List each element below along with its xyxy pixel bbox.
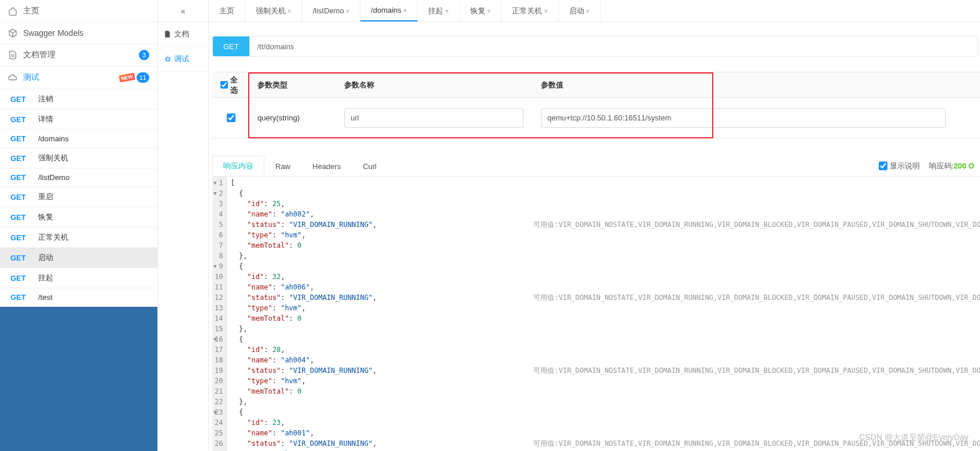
home-icon [8, 6, 19, 16]
param-value-input[interactable] [541, 108, 946, 128]
code-body[interactable]: [ { "id": 25, "name": "ah002", "status":… [227, 177, 980, 451]
response-code-label: 响应码:200 O [929, 161, 974, 171]
param-type-text: query(string) [249, 113, 336, 122]
tab-label: /listDemo [312, 6, 344, 15]
api-label: 挂起 [38, 273, 53, 283]
select-all-checkbox[interactable] [220, 80, 228, 89]
tab-label: 主页 [219, 6, 234, 16]
response-tab-3[interactable]: Curl [352, 156, 388, 176]
api-row-1[interactable]: GET详情 [0, 109, 157, 130]
enum-hint: 可用值:VIR_DOMAIN_NOSTATE,VIR_DOMAIN_RUNNIN… [533, 365, 980, 376]
sidebar-item-0[interactable]: 主页 [0, 0, 157, 23]
tab-label: 挂起 [428, 6, 443, 16]
http-method: GET [10, 233, 38, 242]
http-method: GET [10, 254, 38, 262]
sidebar-item-3[interactable]: 测试NEW11 [0, 67, 157, 89]
response-tab-2[interactable]: Headers [301, 156, 352, 176]
tab-label: 强制关机 [256, 6, 286, 16]
tab-6[interactable]: 正常关机× [502, 0, 558, 21]
sidebar: 主页 Swagger Models 文档管理3 测试NEW11 GET注销GET… [0, 0, 158, 451]
api-label: 启动 [38, 252, 53, 263]
response-tab-1[interactable]: Raw [264, 156, 301, 176]
select-all-cell[interactable]: 全选 [212, 75, 249, 96]
sidebar-item-1[interactable]: Swagger Models [0, 23, 157, 44]
enum-hint: 可用值:VIR_DOMAIN_NOSTATE,VIR_DOMAIN_RUNNIN… [533, 219, 980, 230]
http-method: GET [10, 115, 38, 124]
api-row-10[interactable]: GET/test [0, 288, 157, 307]
close-icon[interactable]: × [288, 8, 291, 14]
show-desc-label: 显示说明 [890, 161, 920, 171]
show-desc-checkbox[interactable] [879, 162, 887, 170]
enum-hint: 可用值:VIR_DOMAIN_NOSTATE,VIR_DOMAIN_RUNNIN… [533, 438, 980, 449]
tab-label: 恢复 [470, 6, 485, 16]
new-badge: NEW [119, 73, 135, 83]
enum-hint: 可用值:VIR_DOMAIN_NOSTATE,VIR_DOMAIN_RUNNIN… [533, 292, 980, 303]
doc-icon [8, 50, 19, 60]
api-row-7[interactable]: GET正常关机 [0, 228, 157, 248]
response-tabs: 响应内容RawHeadersCurl 显示说明 响应码:200 O [212, 156, 980, 177]
svg-point-0 [166, 58, 170, 61]
tab-label: 启动 [569, 6, 584, 16]
tab-4[interactable]: 挂起× [418, 0, 459, 21]
api-label: 强制关机 [38, 153, 68, 163]
http-method: GET [10, 173, 38, 182]
tab-1[interactable]: 强制关机× [245, 0, 302, 21]
api-label: /listDemo [38, 173, 69, 182]
line-gutter: ▼1▼2345678▼9101112131415▼16171819202122▼… [212, 177, 227, 451]
api-row-0[interactable]: GET注销 [0, 89, 157, 109]
tab-5[interactable]: 恢复× [460, 0, 502, 21]
tab-3[interactable]: /domains× [360, 0, 418, 21]
side-panel: « 文档调试 [158, 0, 209, 451]
side-tab-0[interactable]: 文档 [158, 22, 208, 47]
close-icon[interactable]: × [544, 8, 547, 14]
api-row-2[interactable]: GET/domains [0, 130, 157, 148]
response-body: ▼1▼2345678▼9101112131415▼16171819202122▼… [212, 177, 980, 451]
http-method: GET [10, 274, 38, 283]
cloud-icon [8, 73, 19, 82]
select-all-label: 全选 [230, 75, 241, 96]
api-row-5[interactable]: GET重启 [0, 187, 157, 207]
close-icon[interactable]: × [445, 8, 448, 14]
sidebar-item-2[interactable]: 文档管理3 [0, 44, 157, 67]
http-method: GET [10, 193, 38, 201]
close-icon[interactable]: × [487, 8, 491, 14]
side-tab-label: 文档 [174, 29, 189, 39]
tab-label: /domains [371, 6, 401, 14]
param-row-checkbox[interactable] [227, 113, 235, 122]
col-param-type: 参数类型 [249, 80, 336, 90]
sidebar-item-label: 主页 [23, 6, 39, 16]
sidebar-item-label: 测试 [23, 72, 39, 83]
collapse-button[interactable]: « [158, 0, 208, 22]
param-row: query(string) [212, 98, 980, 138]
api-label: 详情 [38, 114, 53, 124]
request-bar: GET /tt/domains [212, 36, 978, 57]
api-endpoint-list: GET注销GET详情GET/domainsGET强制关机GET/listDemo… [0, 89, 157, 307]
file-icon [164, 30, 172, 38]
sidebar-item-label: Swagger Models [23, 28, 83, 38]
api-row-9[interactable]: GET挂起 [0, 268, 157, 288]
close-icon[interactable]: × [346, 8, 349, 14]
api-row-6[interactable]: GET恢复 [0, 207, 157, 228]
tab-7[interactable]: 启动× [559, 0, 600, 21]
api-label: /test [38, 293, 53, 302]
http-method-badge: GET [213, 36, 249, 56]
col-param-value: 参数值 [533, 80, 980, 90]
request-path: /tt/domains [249, 42, 303, 51]
tab-0[interactable]: 主页 [209, 0, 245, 21]
show-desc-toggle[interactable]: 显示说明 [879, 161, 920, 171]
api-row-3[interactable]: GET强制关机 [0, 148, 157, 168]
response-tab-0[interactable]: 响应内容 [212, 156, 264, 176]
tab-2[interactable]: /listDemo× [302, 0, 360, 21]
count-badge: 3 [139, 50, 149, 60]
http-method: GET [10, 154, 38, 163]
api-row-8[interactable]: GET启动 [0, 248, 157, 268]
http-method: GET [10, 95, 38, 104]
api-label: 恢复 [38, 212, 53, 222]
tab-bar: 主页强制关机×/listDemo×/domains×挂起×恢复×正常关机×启动× [209, 0, 980, 22]
close-icon[interactable]: × [586, 8, 590, 14]
api-row-4[interactable]: GET/listDemo [0, 168, 157, 187]
close-icon[interactable]: × [403, 7, 407, 14]
side-tab-1[interactable]: 调试 [158, 47, 208, 72]
param-name-input[interactable] [344, 108, 524, 128]
count-badge: 11 [137, 72, 149, 83]
